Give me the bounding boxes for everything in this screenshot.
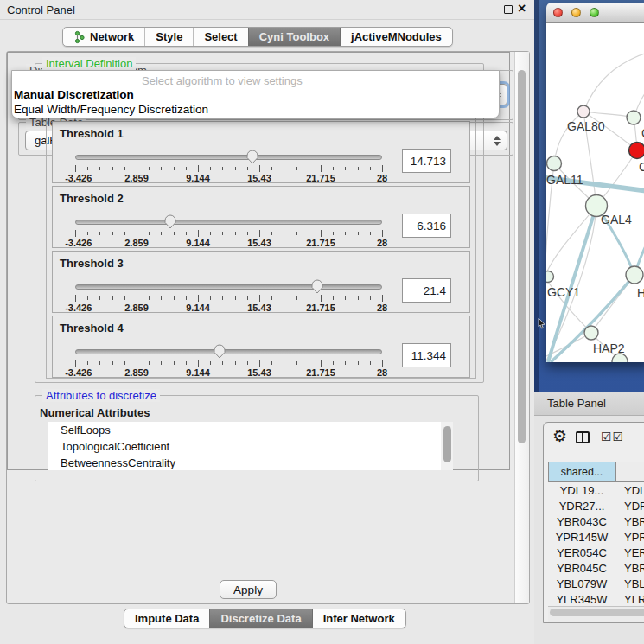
- threshold-slider[interactable]: -3.4262.8599.14415.4321.71528: [75, 344, 382, 377]
- mouse-cursor: [538, 318, 545, 329]
- horizontal-scrollbar[interactable]: [548, 606, 644, 623]
- slider-track[interactable]: [75, 220, 382, 225]
- cell-name: YPR1: [615, 531, 644, 544]
- tab-label: Cyni Toolbox: [259, 30, 329, 43]
- scrollbar-thumb[interactable]: [550, 609, 644, 616]
- tab-network[interactable]: Network: [63, 28, 144, 46]
- node-label-hap2: HAP2: [593, 341, 625, 355]
- network-canvas[interactable]: GAL80 G C GAL11 GAL4 GCY1 H HAP2: [546, 23, 644, 362]
- cell-name: YLR3: [615, 593, 644, 606]
- column-header-shared[interactable]: shared...: [548, 462, 615, 482]
- zoom-button[interactable]: [590, 8, 599, 17]
- slider-tick-labels: -3.4262.8599.14415.4321.71528: [75, 238, 382, 248]
- cell-name: YDR2: [615, 500, 644, 513]
- threshold-slider[interactable]: -3.4262.8599.14415.4321.71528: [75, 214, 382, 247]
- tab-cyni-toolbox[interactable]: Cyni Toolbox: [248, 28, 340, 46]
- close-icon[interactable]: ×: [518, 1, 526, 16]
- cell-shared-name: YBR045C: [548, 562, 615, 575]
- threshold-value-field[interactable]: 11.344: [402, 343, 451, 367]
- slider-ticks: [75, 295, 382, 302]
- float-window-icon[interactable]: [504, 5, 513, 14]
- group-title: Attributes to discretize: [42, 389, 160, 402]
- table-row[interactable]: YDR27...YDR2: [548, 498, 644, 513]
- slider-track[interactable]: [75, 284, 382, 290]
- threshold-label: Threshold 4: [60, 322, 124, 335]
- cell-shared-name: YDL19...: [548, 484, 615, 497]
- slider-thumb-icon[interactable]: [213, 344, 226, 359]
- table-row[interactable]: YER054CYER0: [548, 545, 644, 560]
- network-window[interactable]: GAL80 G C GAL11 GAL4 GCY1 H HAP2: [546, 3, 644, 362]
- cell-name: YDL1: [615, 484, 644, 497]
- threshold-value-field[interactable]: 6.316: [402, 214, 451, 238]
- slider-ticks: [75, 165, 382, 172]
- tab-label: Network: [90, 30, 134, 43]
- gear-icon[interactable]: ⚙: [552, 426, 567, 446]
- dropdown-arrows-icon: [494, 136, 501, 146]
- algorithm-option[interactable]: Manual Discretization: [14, 87, 497, 102]
- node-label-gal11: GAL11: [546, 173, 583, 187]
- network-icon: [73, 30, 86, 44]
- cyni-toolbox-panel: Discretization Algorithm Table Data galF…: [6, 51, 530, 604]
- threshold-slider[interactable]: -3.4262.8599.14415.4321.71528: [75, 150, 382, 182]
- algorithm-option[interactable]: Equal Width/Frequency Discretization: [14, 102, 497, 117]
- thresholds-group: Threshold's Coordinates for 5 Intervals …: [46, 108, 476, 379]
- bottom-tab-bar: Impute DataDiscretize DataInfer Network: [124, 609, 406, 628]
- scrollbar-thumb[interactable]: [443, 426, 451, 462]
- slider-thumb-icon[interactable]: [163, 214, 177, 229]
- cell-name: YBR0: [615, 515, 644, 528]
- cell-shared-name: YBL079W: [548, 577, 615, 590]
- threshold-panel: Threshold 1 -3.4262.8599.14415.4321.7152…: [52, 121, 470, 183]
- minimize-button[interactable]: [571, 8, 581, 17]
- table-row[interactable]: YBR043CYBR0: [548, 513, 644, 529]
- table-row[interactable]: YBR045CYBR0: [548, 560, 644, 576]
- tab-label: Select: [204, 30, 237, 43]
- threshold-slider[interactable]: -3.4262.8599.14415.4321.71528: [75, 279, 382, 312]
- numerical-attributes-list[interactable]: SelfLoopsTopologicalCoefficientBetweenne…: [48, 422, 453, 470]
- slider-track[interactable]: [75, 155, 382, 160]
- node-label-partial: C: [639, 160, 644, 174]
- slider-ticks: [75, 360, 382, 367]
- cell-shared-name: YLR345W: [548, 593, 615, 606]
- table-row[interactable]: YDL19...YDL1: [548, 482, 644, 498]
- tab-select[interactable]: Select: [193, 28, 247, 46]
- top-tab-bar: NetworkStyleSelectCyni ToolboxjActiveMNo…: [62, 27, 453, 47]
- checkbox-icons[interactable]: ☑☑: [601, 430, 624, 443]
- table-row[interactable]: YBL079WYBL0: [548, 576, 644, 591]
- node-table: ⚙ ☑☑ shared... n YDL19...YDL1YDR27...YDR…: [543, 422, 644, 623]
- threshold-label: Threshold 2: [60, 192, 124, 205]
- threshold-value-field[interactable]: 14.713: [402, 149, 451, 173]
- numerical-attributes-label: Numerical Attributes: [40, 406, 150, 419]
- algorithm-dropdown-popup: Select algorithm to view settings Manual…: [11, 70, 500, 118]
- slider-thumb-icon[interactable]: [245, 150, 259, 164]
- slider-track[interactable]: [75, 349, 382, 354]
- attribute-item[interactable]: BetweennessCentrality: [48, 455, 453, 470]
- dropdown-options: Manual DiscretizationEqual Width/Frequen…: [14, 87, 497, 117]
- node-label-gcy1: GCY1: [547, 285, 580, 299]
- table-row[interactable]: YPR145WYPR1: [548, 529, 644, 545]
- control-panel-titlebar: Control Panel: [0, 0, 534, 20]
- table-row[interactable]: YLR345WYLR3: [548, 591, 644, 607]
- tab-infer-network[interactable]: Infer Network: [312, 609, 405, 628]
- table-panel: Table Panel ⚙ ☑☑ shared... n YDL19...YDL…: [534, 392, 644, 644]
- list-scrollbar[interactable]: [441, 422, 453, 470]
- tab-jactivemnodules[interactable]: jActiveMNodules: [340, 28, 452, 46]
- group-title: Interval Definition: [42, 57, 136, 70]
- slider-ticks: [75, 230, 382, 237]
- column-header-name[interactable]: n: [615, 462, 644, 482]
- tab-label: Style: [156, 30, 182, 43]
- apply-button[interactable]: Apply: [220, 580, 277, 599]
- attribute-item[interactable]: TopologicalCoefficient: [48, 438, 453, 455]
- dropdown-hint: Select algorithm to view settings: [142, 74, 303, 87]
- close-button[interactable]: [553, 8, 563, 17]
- slider-thumb-icon[interactable]: [310, 279, 324, 294]
- tab-discretize-data[interactable]: Discretize Data: [209, 609, 311, 628]
- tab-label: jActiveMNodules: [351, 30, 442, 43]
- split-column-icon[interactable]: [576, 431, 590, 443]
- network-graph: [546, 23, 644, 362]
- threshold-panel: Threshold 3 -3.4262.8599.14415.4321.7152…: [52, 251, 470, 313]
- attribute-item[interactable]: SelfLoops: [48, 422, 453, 438]
- tab-label: Infer Network: [323, 612, 395, 625]
- tab-style[interactable]: Style: [144, 28, 193, 46]
- tab-impute-data[interactable]: Impute Data: [124, 609, 209, 628]
- threshold-value-field[interactable]: 21.4: [402, 278, 451, 303]
